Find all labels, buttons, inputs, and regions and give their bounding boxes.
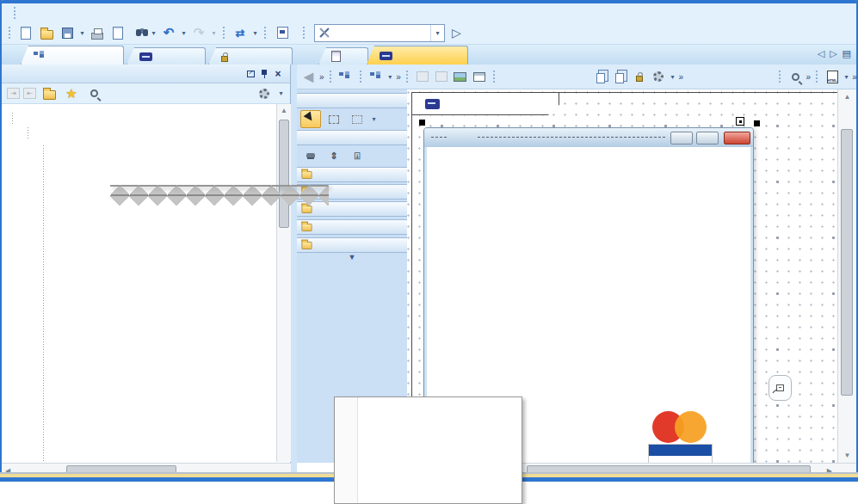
scroll-down-icon[interactable]: ▼ (838, 452, 856, 459)
tab-scroll-right-icon[interactable]: ▷ (830, 48, 836, 59)
undo-button[interactable]: ↶ (159, 23, 178, 42)
marquee-tool-button[interactable] (324, 110, 344, 128)
close-panel-icon[interactable]: × (271, 67, 285, 81)
toolbar-grip[interactable] (359, 70, 362, 83)
palette-section-other[interactable] (297, 237, 407, 253)
panel-splitter[interactable] (291, 65, 297, 476)
find-button[interactable] (129, 23, 148, 42)
toolbar-grip[interactable] (778, 70, 781, 83)
print-preview-icon (113, 27, 123, 40)
search-icon[interactable] (84, 84, 103, 103)
tab-index[interactable] (318, 47, 368, 65)
open-element-icon[interactable] (40, 84, 59, 103)
settings-dropdown-arrow-icon[interactable]: ▾ (277, 84, 285, 103)
undo-dropdown-arrow-icon[interactable]: ▾ (180, 23, 188, 42)
toolbar-grip[interactable] (8, 26, 12, 40)
selection-handle-special[interactable] (736, 117, 744, 126)
selection-dropdown-arrow-icon[interactable]: ▾ (370, 110, 378, 129)
lock-element-icon[interactable] (632, 67, 648, 86)
print-preview-button[interactable] (108, 23, 127, 42)
perspective-combobox[interactable]: ▾ (314, 24, 445, 42)
diagram-frame-header[interactable] (411, 92, 559, 115)
maximize-button[interactable] (696, 132, 719, 144)
toolbar-grip[interactable] (815, 70, 818, 83)
scrollbar-thumb[interactable] (279, 120, 289, 228)
tab-mockups[interactable] (367, 46, 468, 65)
print-button[interactable] (88, 23, 107, 42)
html-dropdown-arrow-icon[interactable]: ▾ (843, 67, 850, 86)
palette-selection-tools: ▾ (297, 108, 407, 130)
save-button[interactable] (58, 23, 77, 42)
palette-scroll-down-icon[interactable]: ▼ (297, 253, 407, 261)
palette-section-common[interactable] (297, 167, 407, 182)
wallet-titlebar[interactable] (424, 128, 753, 147)
menubar-grip[interactable] (13, 6, 17, 20)
zoom-search-icon[interactable] (787, 67, 804, 86)
open-project-button[interactable] (37, 23, 56, 42)
new-project-button[interactable] (16, 23, 35, 42)
palette-section-selection[interactable] (297, 93, 407, 108)
paste-icon[interactable] (613, 67, 629, 86)
cursor-tool-button[interactable] (300, 110, 321, 128)
palette-section-tools[interactable] (297, 130, 407, 145)
collapse-selected-icon[interactable]: ⇤ (23, 88, 36, 99)
marquee-all-tool-button[interactable] (347, 110, 367, 128)
hierarchy-dropdown-arrow-icon[interactable]: ▾ (386, 67, 393, 86)
scroll-up-icon[interactable]: ▲ (838, 93, 856, 101)
palette-section-menu[interactable] (297, 219, 407, 235)
sync-dropdown-arrow-icon[interactable]: ▾ (251, 23, 259, 42)
toolbar-grip[interactable] (263, 26, 268, 40)
smart-manipulator-button[interactable] (768, 375, 792, 401)
find-dropdown-arrow-icon[interactable]: ▾ (150, 23, 157, 42)
hierarchy-icon[interactable] (367, 67, 384, 86)
pin-panel-icon[interactable] (257, 67, 271, 81)
favorites-star-icon[interactable]: ★ (62, 84, 81, 103)
tree-vertical-scrollbar[interactable]: ▲ (276, 104, 291, 462)
toolbar-grip[interactable] (405, 70, 409, 83)
settings-gear-icon[interactable] (255, 84, 274, 103)
redo-button[interactable]: ↷ (189, 23, 208, 42)
combo-dropdown-arrow-icon[interactable]: ▾ (430, 25, 444, 41)
toolbar-overflow-icon[interactable]: » (319, 72, 324, 82)
align-tool-button[interactable]: ⍗ (347, 147, 367, 165)
close-button[interactable] (724, 132, 750, 144)
sync-button[interactable]: ⇄ (231, 23, 250, 42)
index-tab-icon (331, 51, 341, 62)
containment-tree-icon[interactable] (337, 67, 354, 86)
visa-logo[interactable] (648, 444, 713, 463)
create-diagram-button[interactable] (272, 22, 298, 43)
marquee-all-icon (352, 115, 362, 124)
minimize-button[interactable] (670, 132, 693, 144)
toolbar-overflow-icon[interactable]: » (678, 72, 682, 82)
toolbar-grip[interactable] (329, 70, 332, 83)
collapse-all-icon[interactable]: ⇥ (7, 88, 20, 99)
toolbar-overflow-icon[interactable]: » (806, 72, 811, 82)
toolbar-grip[interactable] (222, 26, 226, 40)
gear-icon[interactable] (651, 67, 667, 86)
selection-handle[interactable] (419, 120, 425, 126)
toolbar-grip[interactable] (492, 70, 496, 83)
toolbar-overflow-icon[interactable]: » (852, 72, 856, 82)
stamp-tool-button[interactable] (300, 147, 321, 165)
selection-handle[interactable] (754, 120, 760, 126)
copy-icon[interactable] (593, 67, 609, 86)
float-panel-icon[interactable] (244, 67, 257, 81)
canvas-vertical-scrollbar[interactable]: ▲ ▼ (837, 89, 856, 463)
tab-scroll-left-icon[interactable]: ◁ (818, 48, 824, 59)
tab-lock-view[interactable] (208, 47, 293, 65)
tab-containment[interactable] (21, 46, 124, 65)
toolbar-grip[interactable] (302, 26, 306, 40)
insert-image-icon[interactable] (452, 67, 468, 86)
save-dropdown-arrow-icon[interactable]: ▾ (78, 23, 86, 42)
toolbar-overflow-icon[interactable]: » (396, 72, 400, 82)
tab-list-icon[interactable]: ▤ (843, 48, 851, 59)
show-window-icon[interactable] (471, 67, 487, 86)
tab-diagrams[interactable] (127, 47, 206, 65)
gear-dropdown-arrow-icon[interactable]: ▾ (670, 67, 676, 86)
distribute-vertical-button[interactable]: ⇕ (324, 147, 344, 165)
scroll-up-icon[interactable]: ▲ (277, 107, 291, 114)
run-arrow-icon[interactable]: ▷ (452, 26, 461, 40)
generate-html-toolbar-icon[interactable]: HTML (824, 67, 841, 86)
scrollbar-thumb[interactable] (841, 129, 853, 396)
back-arrow-icon[interactable]: ◀ (300, 67, 317, 86)
